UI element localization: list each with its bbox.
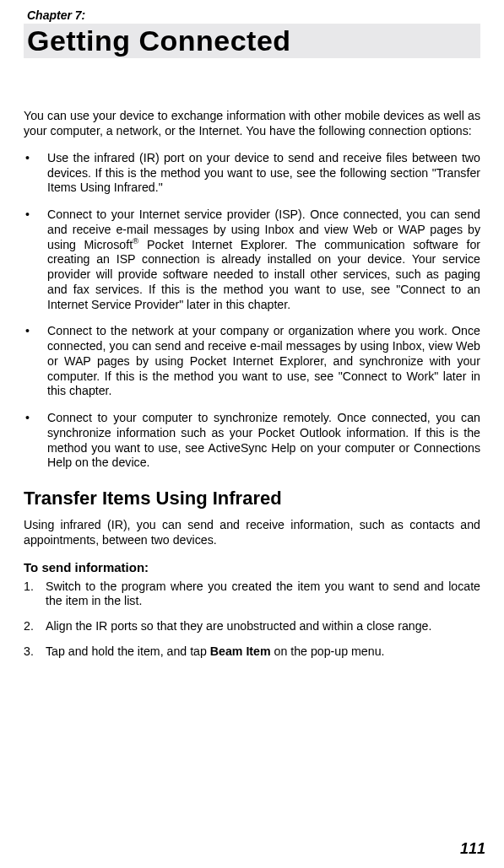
- bullet-icon: •: [24, 151, 47, 196]
- main-title: Getting Connected: [24, 24, 480, 58]
- section-heading: Transfer Items Using Infrared: [24, 488, 480, 509]
- step-number: 3.: [24, 644, 46, 660]
- list-item: • Use the infrared (IR) port on your dev…: [24, 151, 480, 196]
- list-item: • Connect to your Internet service provi…: [24, 208, 480, 312]
- page-content: Chapter 7: Getting Connected You can use…: [0, 0, 504, 660]
- list-item: 2. Align the IR ports so that they are u…: [24, 619, 480, 634]
- bullet-text: Connect to the network at your company o…: [47, 324, 480, 399]
- bullet-icon: •: [24, 324, 47, 399]
- bullet-text: Connect to your Internet service provide…: [47, 208, 480, 312]
- step-number: 1.: [24, 580, 46, 610]
- step-number: 2.: [24, 619, 46, 634]
- bullet-icon: •: [24, 208, 47, 312]
- page-number: 111: [460, 840, 485, 858]
- chapter-label: Chapter 7:: [27, 8, 480, 22]
- intro-paragraph: You can use your device to exchange info…: [24, 109, 480, 139]
- step-text: Tap and hold the item, and tap Beam Item…: [46, 644, 480, 660]
- bullet-text: Connect to your computer to synchronize …: [47, 411, 480, 471]
- list-item: 3. Tap and hold the item, and tap Beam I…: [24, 644, 480, 660]
- bullet-text: Use the infrared (IR) port on your devic…: [47, 151, 480, 196]
- bullet-icon: •: [24, 411, 47, 471]
- step-text: Switch to the program where you created …: [46, 580, 480, 610]
- list-item: 1. Switch to the program where you creat…: [24, 580, 480, 610]
- sub-heading: To send information:: [24, 560, 480, 574]
- options-list: • Use the infrared (IR) port on your dev…: [24, 151, 480, 471]
- step-text: Align the IR ports so that they are unob…: [46, 619, 480, 634]
- steps-list: 1. Switch to the program where you creat…: [24, 580, 480, 660]
- list-item: • Connect to your computer to synchroniz…: [24, 411, 480, 471]
- section-intro: Using infrared (IR), you can send and re…: [24, 518, 480, 548]
- list-item: • Connect to the network at your company…: [24, 324, 480, 399]
